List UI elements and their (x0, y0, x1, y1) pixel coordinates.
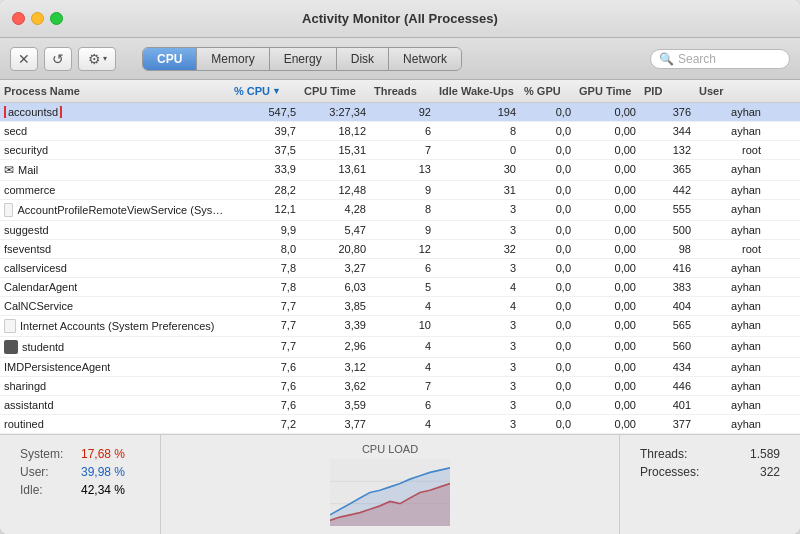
table-cell: 3 (435, 416, 520, 432)
table-cell: 7,6 (230, 378, 300, 394)
table-cell: 365 (640, 161, 695, 179)
table-row[interactable]: studentd7,72,96430,00,00560ayhan (0, 337, 800, 358)
close-button[interactable] (12, 12, 25, 25)
col-idle-wakeups[interactable]: Idle Wake-Ups (435, 83, 520, 99)
table-row[interactable]: Internet Accounts (System Preferences)7,… (0, 316, 800, 337)
table-row[interactable]: CalendarAgent7,86,03540,00,00383ayhan (0, 278, 800, 297)
table-cell: 0,0 (520, 338, 575, 356)
table-cell: 3 (435, 378, 520, 394)
table-cell: 0,0 (520, 359, 575, 375)
process-name: sharingd (4, 380, 46, 392)
process-name: IMDPersistenceAgent (4, 361, 110, 373)
table-cell: 0,00 (575, 182, 640, 198)
table-cell: 15,31 (300, 142, 370, 158)
col-pid[interactable]: PID (640, 83, 695, 99)
table-row[interactable]: routined7,23,77430,00,00377ayhan (0, 415, 800, 434)
back-button[interactable]: ✕ (10, 47, 38, 71)
process-name-cell: AccountProfileRemoteViewService (System … (0, 201, 230, 219)
table-cell: 8 (435, 123, 520, 139)
table-cell: 3,62 (300, 378, 370, 394)
table-row[interactable]: callservicesd7,83,27630,00,00416ayhan (0, 259, 800, 278)
process-name: assistantd (4, 399, 54, 411)
process-name: CalNCService (4, 300, 73, 312)
table-row[interactable]: IMDPersistenceAgent7,63,12430,00,00434ay… (0, 358, 800, 377)
table-cell: 9,9 (230, 222, 300, 238)
table-cell: 0,0 (520, 317, 575, 335)
table-row[interactable]: accountsd547,53:27,34921940,00,00376ayha… (0, 103, 800, 122)
table-cell: 3,59 (300, 397, 370, 413)
table-cell: ayhan (695, 279, 765, 295)
table-row[interactable]: securityd37,515,31700,00,00132root (0, 141, 800, 160)
table-cell: 5,47 (300, 222, 370, 238)
thread-process-stats: Threads: 1.589 Processes: 322 (620, 435, 800, 534)
table-cell: 3 (435, 260, 520, 276)
process-name-cell: routined (0, 416, 230, 432)
table-row[interactable]: fseventsd8,020,8012320,00,0098root (0, 240, 800, 259)
table-cell: 7,7 (230, 298, 300, 314)
table-cell: 194 (435, 104, 520, 120)
tab-network[interactable]: Network (389, 48, 461, 70)
tab-disk[interactable]: Disk (337, 48, 389, 70)
table-cell: 0,00 (575, 123, 640, 139)
process-table: Process Name % CPU▼ CPU Time Threads Idl… (0, 80, 800, 434)
table-cell: 6 (370, 123, 435, 139)
process-doc-icon (4, 319, 16, 333)
table-cell: 560 (640, 338, 695, 356)
process-name-cell: securityd (0, 142, 230, 158)
table-cell: 4 (370, 359, 435, 375)
table-row[interactable]: secd39,718,12680,00,00344ayhan (0, 122, 800, 141)
table-cell: 28,2 (230, 182, 300, 198)
table-cell: 446 (640, 378, 695, 394)
table-cell: 0,00 (575, 241, 640, 257)
table-cell: ayhan (695, 338, 765, 356)
maximize-button[interactable] (50, 12, 63, 25)
table-cell: 0,0 (520, 241, 575, 257)
col-threads[interactable]: Threads (370, 83, 435, 99)
table-cell: ayhan (695, 104, 765, 120)
table-cell: 0,0 (520, 298, 575, 314)
search-icon: 🔍 (659, 52, 674, 66)
table-row[interactable]: CalNCService7,73,85440,00,00404ayhan (0, 297, 800, 316)
table-row[interactable]: AccountProfileRemoteViewService (System … (0, 200, 800, 221)
table-cell: 0,0 (520, 142, 575, 158)
cpu-stats: System: 17,68 % User: 39,98 % Idle: 42,3… (0, 435, 160, 534)
table-cell: 6 (370, 260, 435, 276)
table-cell: 8,0 (230, 241, 300, 257)
table-cell: 0,0 (520, 397, 575, 413)
table-row[interactable]: assistantd7,63,59630,00,00401ayhan (0, 396, 800, 415)
col-gpu-time[interactable]: GPU Time (575, 83, 640, 99)
tab-memory[interactable]: Memory (197, 48, 269, 70)
table-cell: ayhan (695, 359, 765, 375)
table-cell: 0,00 (575, 397, 640, 413)
table-row[interactable]: commerce28,212,489310,00,00442ayhan (0, 181, 800, 200)
table-cell: 547,5 (230, 104, 300, 120)
gear-button[interactable]: ⚙ ▾ (78, 47, 116, 71)
minimize-button[interactable] (31, 12, 44, 25)
forward-button[interactable]: ↺ (44, 47, 72, 71)
col-gpu-pct[interactable]: % GPU (520, 83, 575, 99)
table-cell: 401 (640, 397, 695, 413)
search-input[interactable] (678, 52, 778, 66)
col-cpu-pct[interactable]: % CPU▼ (230, 83, 300, 99)
tab-energy[interactable]: Energy (270, 48, 337, 70)
table-cell: 416 (640, 260, 695, 276)
traffic-lights (12, 12, 63, 25)
table-cell: ayhan (695, 182, 765, 198)
col-user[interactable]: User (695, 83, 765, 99)
table-row[interactable]: suggestd9,95,47930,00,00500ayhan (0, 221, 800, 240)
processes-label: Processes: (640, 465, 699, 479)
process-name: callservicesd (4, 262, 67, 274)
tab-cpu[interactable]: CPU (143, 48, 197, 70)
table-cell: 0,00 (575, 378, 640, 394)
table-cell: 404 (640, 298, 695, 314)
table-row[interactable]: ✉Mail33,913,6113300,00,00365ayhan (0, 160, 800, 181)
gear-icon: ⚙ (88, 51, 101, 67)
col-process-name[interactable]: Process Name (0, 83, 230, 99)
threads-row: Threads: 1.589 (640, 447, 780, 461)
table-cell: 0,00 (575, 416, 640, 432)
table-row[interactable]: sharingd7,63,62730,00,00446ayhan (0, 377, 800, 396)
process-name-cell: fseventsd (0, 241, 230, 257)
table-cell: 132 (640, 142, 695, 158)
search-box[interactable]: 🔍 (650, 49, 790, 69)
col-cpu-time[interactable]: CPU Time (300, 83, 370, 99)
